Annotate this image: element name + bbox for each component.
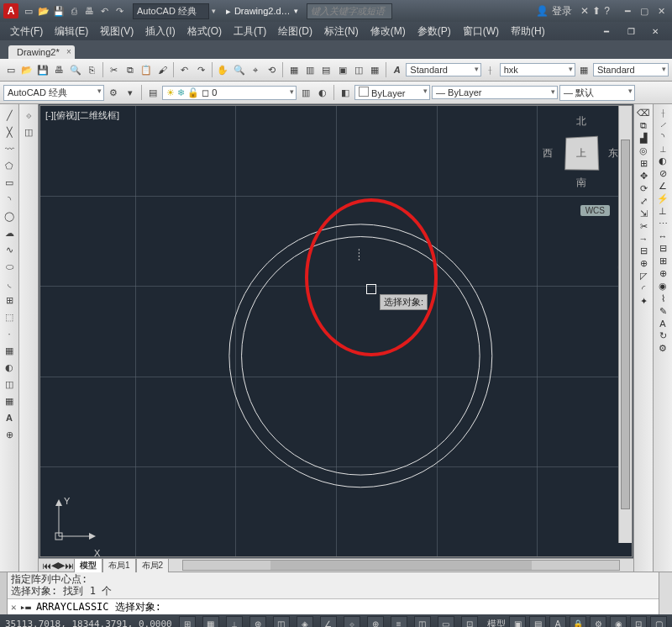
menu-parametric[interactable]: 参数(P) [412, 23, 456, 40]
dim-edit-icon[interactable]: ✎ [659, 306, 667, 317]
mdi-minimize-button[interactable]: ━ [595, 25, 618, 38]
tpy-toggle[interactable]: ◫ [414, 616, 431, 627]
status-extra1-icon[interactable]: ▣ [509, 616, 526, 627]
mirror-icon[interactable]: ▟ [640, 133, 647, 144]
extend-icon[interactable]: → [639, 234, 648, 244]
color-icon[interactable]: ◧ [338, 85, 353, 100]
dim-jog-icon[interactable]: ⌇ [661, 293, 665, 304]
undo-icon[interactable]: ↶ [177, 62, 192, 77]
dim-tedit-icon[interactable]: A [659, 319, 665, 329]
workspace-gear-icon[interactable]: ⚙ [106, 85, 121, 100]
trim-icon[interactable]: ✂ [640, 221, 648, 232]
extra-tool-1-icon[interactable]: ⟐ [21, 108, 36, 123]
app-logo[interactable]: A [3, 3, 18, 18]
polygon-icon[interactable]: ⬠ [2, 158, 17, 173]
extra-tool-2-icon[interactable]: ◫ [21, 124, 36, 140]
coordinate-readout[interactable]: 35113.7018, 18344.3791, 0.0000 [5, 619, 172, 628]
tablestyle-selector[interactable]: Standard [593, 63, 669, 76]
workspace-selector[interactable]: AutoCAD 经典 [133, 3, 209, 19]
mtext-a-icon[interactable]: A [2, 410, 17, 425]
zoomwin-icon[interactable]: ⌖ [248, 62, 262, 77]
move-icon[interactable]: ✥ [640, 171, 648, 182]
dim-quick-icon[interactable]: ⚡ [657, 193, 669, 204]
workspace-expand-icon[interactable]: ▾ [123, 85, 138, 100]
qat-saveas-icon[interactable]: ⎙ [67, 4, 81, 18]
copy2-icon[interactable]: ⧉ [640, 120, 647, 131]
gradient-icon[interactable]: ◐ [2, 360, 17, 375]
addselected-icon[interactable]: ⊕ [2, 427, 17, 442]
rotate-icon[interactable]: ⟳ [640, 183, 648, 194]
copy-icon[interactable]: ⧉ [123, 62, 137, 77]
overflow-icon[interactable]: ▸ [226, 6, 231, 17]
mdi-restore-button[interactable]: ❐ [619, 25, 643, 38]
lineweight-selector[interactable]: — 默认 [559, 85, 635, 101]
polar-toggle[interactable]: ⊛ [249, 616, 266, 627]
point-icon[interactable]: · [2, 326, 17, 341]
pline-icon[interactable]: 〰 [2, 141, 17, 156]
ducs-toggle[interactable]: ⟐ [344, 616, 360, 627]
plot-icon[interactable]: 🖶 [52, 62, 66, 77]
qat-undo-icon[interactable]: ↶ [97, 4, 111, 18]
layout-tab-2[interactable]: 布局2 [136, 558, 170, 572]
exchange-icon[interactable]: ✕ [580, 5, 589, 17]
dyn-toggle[interactable]: ⊕ [367, 616, 384, 627]
mdi-close-button[interactable]: ✕ [643, 25, 667, 38]
dim-style-icon[interactable]: ⚙ [659, 343, 667, 354]
xline-icon[interactable]: ╳ [2, 124, 17, 140]
workspace-selector-2[interactable]: AutoCAD 经典 [3, 85, 104, 101]
paste-icon[interactable]: 📋 [139, 62, 154, 77]
command-input[interactable] [34, 600, 659, 614]
dim-inspect-icon[interactable]: ◉ [659, 281, 667, 292]
publish-icon[interactable]: ⎘ [85, 62, 99, 77]
isolate-icon[interactable]: ⊡ [630, 616, 647, 627]
layer-manager-icon[interactable]: ▤ [145, 85, 160, 100]
layout-nav-last-icon[interactable]: ⏭ [65, 561, 74, 571]
signin-label[interactable]: 登录 [552, 4, 572, 18]
grid-toggle[interactable]: ▦ [202, 616, 219, 627]
qat-open-icon[interactable]: 📂 [37, 4, 50, 18]
snap-toggle[interactable]: ⊞ [179, 616, 196, 627]
make-block-icon[interactable]: ⬚ [2, 309, 17, 324]
menu-insert[interactable]: 插入(I) [140, 23, 180, 40]
dim-break-icon[interactable]: ⊟ [659, 243, 667, 254]
sheetset-icon[interactable]: ▣ [335, 62, 349, 77]
region-icon[interactable]: ◫ [2, 377, 17, 392]
layout-tab-model[interactable]: 模型 [74, 558, 102, 572]
save-icon[interactable]: 💾 [36, 62, 50, 77]
qp-toggle[interactable]: ▭ [438, 616, 454, 627]
scale-icon[interactable]: ⤢ [640, 196, 648, 207]
table-icon[interactable]: ▦ [2, 393, 17, 408]
ellipse-icon[interactable]: ⬭ [2, 259, 17, 274]
menu-help[interactable]: 帮助(H) [506, 23, 550, 40]
menu-draw[interactable]: 绘图(D) [273, 23, 318, 40]
circle-icon[interactable]: ◯ [2, 208, 17, 224]
qat-plot-icon[interactable]: 🖶 [82, 4, 96, 18]
horizontal-scrollbar[interactable] [182, 560, 620, 571]
maximize-button[interactable]: ▢ [637, 5, 652, 17]
textstyle-a-icon[interactable]: A [390, 62, 404, 77]
menu-edit[interactable]: 编辑(E) [50, 23, 93, 40]
dim-baseline-icon[interactable]: ⊥ [659, 206, 667, 217]
dim-update-icon[interactable]: ↻ [659, 330, 667, 341]
offset-icon[interactable]: ◎ [639, 145, 648, 156]
line-icon[interactable]: ╱ [2, 108, 17, 123]
new-icon[interactable]: ▭ [3, 62, 18, 77]
command-scrollbar[interactable] [659, 572, 672, 614]
annoscale-icon[interactable]: A [549, 616, 566, 627]
dim-ordinate-icon[interactable]: ⟂ [660, 144, 666, 154]
layout-nav-first-icon[interactable]: ⏮ [42, 561, 51, 571]
menu-dimension[interactable]: 标注(N) [319, 23, 364, 40]
signin-icon[interactable]: 👤 [536, 5, 549, 17]
dim-radius-icon[interactable]: ◐ [659, 155, 667, 166]
workspace-dropdown-icon[interactable]: ▾ [212, 7, 216, 15]
dimstyle-icon[interactable]: ⟊ [483, 62, 497, 77]
modelspace-label[interactable]: 模型 [487, 618, 506, 628]
erase-icon[interactable]: ⌫ [637, 108, 650, 119]
dim-angular-icon[interactable]: ∠ [659, 181, 667, 192]
otrack-toggle[interactable]: ∠ [320, 616, 337, 627]
spline-icon[interactable]: ∿ [2, 242, 17, 257]
help-search-box[interactable]: 键入关键字或短语 [307, 3, 392, 19]
dim-continue-icon[interactable]: ⋯ [659, 219, 668, 229]
toolpalette-icon[interactable]: ▤ [319, 62, 333, 77]
hardwareaccel-icon[interactable]: ◉ [610, 616, 627, 627]
